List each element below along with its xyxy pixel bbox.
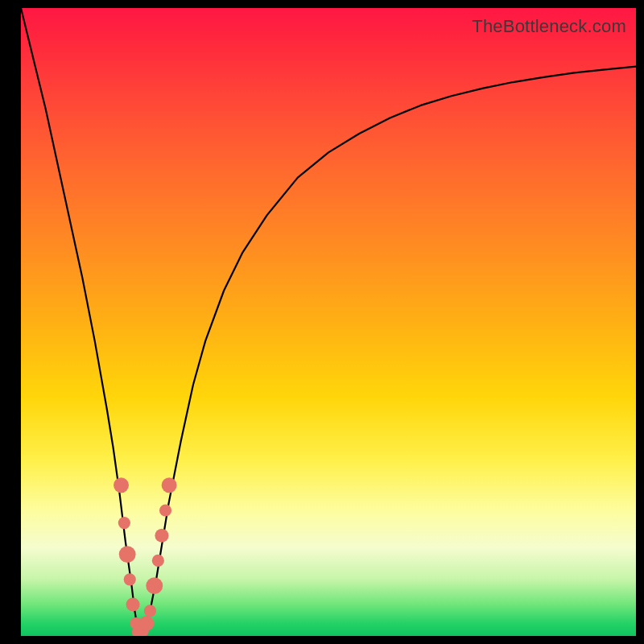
- plot-area: TheBottleneck.com: [21, 8, 636, 636]
- highlight-marker: [152, 555, 164, 567]
- highlight-marker: [144, 605, 156, 617]
- highlight-marker: [138, 616, 154, 631]
- highlight-marker: [118, 517, 130, 529]
- highlight-marker: [119, 546, 136, 563]
- highlight-marker: [155, 529, 168, 543]
- highlight-marker: [124, 573, 136, 585]
- bottleneck-curve: [21, 8, 636, 634]
- chart-frame: TheBottleneck.com: [0, 0, 644, 644]
- chart-svg: [21, 8, 636, 636]
- highlight-marker: [159, 504, 171, 516]
- highlight-marker: [126, 597, 140, 611]
- highlight-marker: [114, 477, 129, 493]
- highlight-marker: [162, 477, 177, 493]
- highlight-marker: [146, 577, 163, 594]
